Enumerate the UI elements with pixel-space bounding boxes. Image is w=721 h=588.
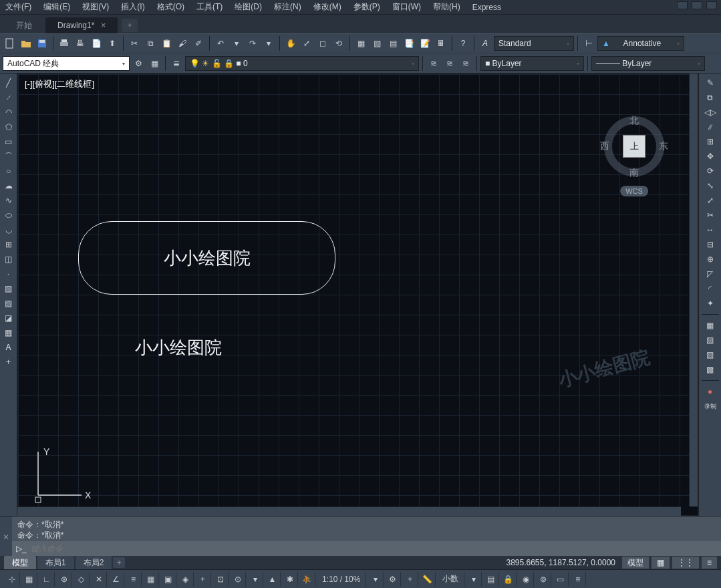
new-tab-button[interactable]: + bbox=[122, 19, 138, 32]
units-display[interactable]: 小数 bbox=[437, 572, 464, 587]
join-icon[interactable]: ⊕ bbox=[702, 253, 719, 266]
layout-add-button[interactable]: + bbox=[113, 557, 125, 568]
gradient-icon[interactable]: ▨ bbox=[2, 297, 15, 310]
match-properties-icon[interactable]: 🖌 bbox=[175, 36, 190, 51]
viewcube-top[interactable]: 上 bbox=[623, 135, 645, 158]
tab-drawing1[interactable]: Drawing1* × bbox=[45, 17, 118, 33]
compass-ring[interactable]: 上 北 南 东 西 WCS bbox=[604, 116, 664, 176]
copy2-icon[interactable]: ⧉ bbox=[702, 91, 719, 104]
fillet-icon[interactable]: ◜ bbox=[702, 282, 719, 295]
hatch-icon[interactable]: ▧ bbox=[2, 282, 15, 295]
menu-modify[interactable]: 修改(M) bbox=[313, 1, 341, 13]
isolate-icon[interactable]: ◉ bbox=[518, 572, 534, 587]
layout-tab-model[interactable]: 模型 bbox=[4, 556, 36, 570]
move-icon[interactable]: ✥ bbox=[702, 150, 719, 163]
palette1-icon[interactable]: ▦ bbox=[702, 319, 719, 332]
3dosnap-icon[interactable]: ⊡ bbox=[212, 572, 229, 587]
command-handle[interactable]: ⨯ bbox=[0, 517, 12, 556]
page-setup-icon[interactable]: 📄 bbox=[89, 36, 104, 51]
person-icon[interactable]: ⛹ bbox=[299, 572, 315, 587]
break-icon[interactable]: ⊟ bbox=[702, 238, 719, 251]
scale-dropdown-icon[interactable]: ▾ bbox=[368, 572, 384, 587]
layer-combo[interactable]: 💡 ☀ 🔓 🔒 ■ 0 ▾ bbox=[185, 56, 419, 71]
chamfer-icon[interactable]: ◸ bbox=[702, 267, 719, 281]
circle-icon[interactable]: ○ bbox=[2, 164, 15, 178]
menu-window[interactable]: 窗口(W) bbox=[392, 1, 421, 13]
menu-format[interactable]: 格式(O) bbox=[157, 1, 184, 13]
copy-icon[interactable]: ⧉ bbox=[143, 36, 158, 51]
arc2-icon[interactable]: ⌒ bbox=[2, 150, 15, 163]
open-icon[interactable] bbox=[19, 36, 33, 51]
menu-button[interactable]: ≡ bbox=[702, 557, 717, 569]
record-icon[interactable]: ● bbox=[702, 385, 719, 398]
menu-edit[interactable]: 编辑(E) bbox=[43, 1, 70, 13]
erase-icon[interactable]: ✎ bbox=[702, 76, 719, 90]
pan-icon[interactable]: ✋ bbox=[283, 36, 298, 51]
extend-icon[interactable]: ↔ bbox=[702, 223, 719, 237]
mtext-icon[interactable]: A bbox=[2, 341, 15, 354]
osnap-icon[interactable]: ✕ bbox=[91, 572, 107, 587]
annotation-icon[interactable]: ▲ bbox=[265, 572, 281, 587]
hardware-icon[interactable]: ⊚ bbox=[535, 572, 551, 587]
cleanscreen-icon[interactable]: ▭ bbox=[553, 572, 569, 587]
region-icon[interactable]: ◪ bbox=[2, 311, 15, 325]
selection-icon[interactable]: ▣ bbox=[160, 572, 176, 587]
lineweight-icon[interactable]: ≡ bbox=[126, 572, 142, 587]
trim-icon[interactable]: ✂ bbox=[702, 208, 719, 222]
polar-icon[interactable]: ⊛ bbox=[56, 572, 72, 587]
drawing-canvas[interactable]: [-][俯视][二维线框] 小小绘图院 小小绘图院 小小绘图院 上 北 南 东 … bbox=[17, 74, 698, 516]
addselection-icon[interactable]: + bbox=[2, 355, 15, 369]
rotate-icon[interactable]: ⟳ bbox=[702, 164, 719, 178]
zoom-window-icon[interactable]: ◻ bbox=[315, 36, 330, 51]
ellipse-icon[interactable]: ⬭ bbox=[2, 208, 15, 222]
menu-express[interactable]: Express bbox=[472, 3, 501, 12]
color-combo[interactable]: ■ ByLayer▾ bbox=[480, 56, 584, 71]
viewport-label[interactable]: [-][俯视][二维线框] bbox=[25, 78, 94, 90]
layer-previous-icon[interactable]: ≋ bbox=[442, 56, 457, 71]
layer-state-icon[interactable]: ≋ bbox=[426, 56, 441, 71]
vertical-scrollbar[interactable] bbox=[689, 74, 698, 506]
publish-icon[interactable]: ⬆ bbox=[105, 36, 120, 51]
rectangle-icon[interactable]: ▭ bbox=[2, 135, 15, 148]
otrack-icon[interactable]: ∠ bbox=[108, 572, 124, 587]
table-icon[interactable]: ▦ bbox=[2, 326, 15, 339]
array-icon[interactable]: ⊞ bbox=[702, 135, 719, 148]
customization-button[interactable]: ⋮⋮ bbox=[672, 557, 699, 569]
zoom-previous-icon[interactable]: ⟲ bbox=[331, 36, 346, 51]
properties-icon[interactable]: ✐ bbox=[191, 36, 206, 51]
ruler-icon[interactable]: 📏 bbox=[420, 572, 436, 587]
tool-palettes-icon[interactable]: ▤ bbox=[386, 36, 400, 51]
textstyle-icon[interactable]: A bbox=[478, 36, 492, 51]
stretch-icon[interactable]: ⤢ bbox=[702, 194, 719, 207]
textstyle-combo[interactable]: Standard▾ bbox=[494, 36, 574, 51]
new-icon[interactable] bbox=[3, 36, 17, 51]
menu-dimension[interactable]: 标注(N) bbox=[274, 1, 301, 13]
help-icon[interactable]: ? bbox=[456, 36, 470, 51]
linetype-combo[interactable]: ——— ByLayer▾ bbox=[591, 56, 705, 71]
save-icon[interactable] bbox=[35, 36, 49, 51]
palette4-icon[interactable]: ▩ bbox=[702, 363, 719, 376]
lock-icon[interactable]: 🔒 bbox=[500, 572, 517, 587]
layout-tab-1[interactable]: 布局1 bbox=[37, 556, 74, 570]
scale-icon[interactable]: ⤡ bbox=[702, 179, 719, 192]
snap-icon[interactable]: ⊹ bbox=[4, 572, 20, 587]
add-icon[interactable]: + bbox=[402, 572, 418, 587]
menu-view[interactable]: 视图(V) bbox=[82, 1, 109, 13]
paste-icon[interactable]: 📋 bbox=[159, 36, 174, 51]
menu-tools[interactable]: 工具(T) bbox=[196, 1, 223, 13]
layer-match-icon[interactable]: ≋ bbox=[458, 56, 473, 71]
point-icon[interactable]: · bbox=[2, 267, 15, 281]
menu-file[interactable]: 文件(F) bbox=[5, 1, 31, 13]
insert-icon[interactable]: ⊞ bbox=[2, 238, 15, 251]
redo-dropdown-icon[interactable]: ▾ bbox=[261, 36, 276, 51]
annotation2-icon[interactable]: ✱ bbox=[282, 572, 298, 587]
polygon-icon[interactable]: ⬠ bbox=[2, 120, 15, 134]
wcs-badge[interactable]: WCS bbox=[620, 186, 648, 196]
modelspace-button[interactable]: 模型 bbox=[622, 557, 649, 569]
transparency-icon[interactable]: ▦ bbox=[143, 572, 159, 587]
palette3-icon[interactable]: ▨ bbox=[702, 348, 719, 361]
minimize-button[interactable] bbox=[677, 1, 688, 9]
dimstyle-combo[interactable]: ▲Annotative▾ bbox=[597, 36, 684, 51]
print-icon[interactable] bbox=[57, 36, 71, 51]
properties-palette-icon[interactable]: ▦ bbox=[353, 36, 368, 51]
